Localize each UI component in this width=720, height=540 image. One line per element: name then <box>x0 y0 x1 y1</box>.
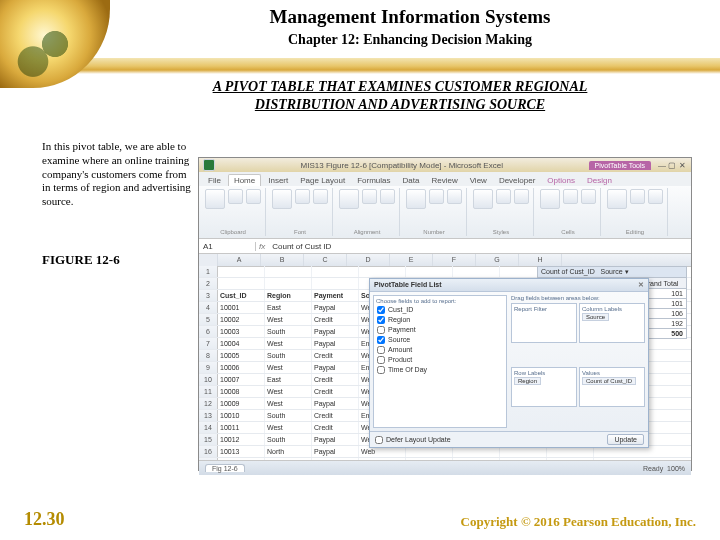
ribbon-group-styles[interactable]: Styles <box>469 188 534 236</box>
excel-screenshot: MIS13 Figure 12-6 [Compatibility Mode] -… <box>198 157 692 471</box>
page-number: 12.30 <box>24 509 65 530</box>
tab-formulas[interactable]: Formulas <box>352 175 395 186</box>
field-payment[interactable]: Payment <box>376 325 504 335</box>
window-buttons[interactable]: —▢✕ <box>657 161 687 170</box>
tab-options[interactable]: Options <box>542 175 580 186</box>
header-band: Management Information Systems Chapter 1… <box>0 0 720 88</box>
ribbon-tabs: FileHomeInsertPage LayoutFormulasDataRev… <box>199 172 691 186</box>
copyright: Copyright © 2016 Pearson Education, Inc. <box>461 514 696 530</box>
slide-title: Management Information Systems <box>120 6 700 28</box>
update-button[interactable]: Update <box>607 434 644 445</box>
field-source[interactable]: Source <box>376 335 504 345</box>
ribbon-group-alignment[interactable]: Alignment <box>335 188 400 236</box>
tab-file[interactable]: File <box>203 175 226 186</box>
close-icon[interactable]: ✕ <box>638 281 644 289</box>
tab-design[interactable]: Design <box>582 175 617 186</box>
window-titlebar: MIS13 Figure 12-6 [Compatibility Mode] -… <box>199 158 691 172</box>
formula-text[interactable]: Count of Cust ID <box>268 242 335 251</box>
globe-graphic <box>0 0 110 88</box>
window-title: MIS13 Figure 12-6 [Compatibility Mode] -… <box>221 161 583 170</box>
sheet-tab[interactable]: Fig 12-6 <box>205 464 245 472</box>
field-checklist[interactable]: Choose fields to add to report: Cust_IDR… <box>373 295 507 428</box>
field-time of day[interactable]: Time Of Day <box>376 365 504 375</box>
slide-footer: 12.30 Copyright © 2016 Pearson Education… <box>0 509 720 530</box>
tab-review[interactable]: Review <box>426 175 462 186</box>
field-amount[interactable]: Amount <box>376 345 504 355</box>
ribbon-group-number[interactable]: Number <box>402 188 467 236</box>
tab-page-layout[interactable]: Page Layout <box>295 175 350 186</box>
ribbon-group-editing[interactable]: Editing <box>603 188 668 236</box>
ribbon-group-font[interactable]: Font <box>268 188 333 236</box>
worksheet-grid[interactable]: ABCDEFGH 123Cust_IDRegionPaymentSourceAm… <box>199 254 691 460</box>
table-row[interactable]: 1710014EastCreditWeb <box>199 458 691 460</box>
zone-values[interactable]: ValuesCount of Cust_ID <box>579 367 645 407</box>
fx-icon[interactable]: fx <box>256 242 268 251</box>
field-cust_id[interactable]: Cust_ID <box>376 305 504 315</box>
name-box[interactable]: A1 <box>199 242 256 251</box>
slide-subtitle: Chapter 12: Enhancing Decision Making <box>120 32 700 48</box>
ribbon-group-clipboard[interactable]: Clipboard <box>201 188 266 236</box>
tab-developer[interactable]: Developer <box>494 175 540 186</box>
defer-checkbox[interactable]: Defer Layout Update <box>374 435 452 445</box>
ribbon: ClipboardFontAlignmentNumberStylesCellsE… <box>199 186 691 239</box>
ribbon-group-cells[interactable]: Cells <box>536 188 601 236</box>
field-region[interactable]: Region <box>376 315 504 325</box>
tab-insert[interactable]: Insert <box>263 175 293 186</box>
tab-home[interactable]: Home <box>228 174 261 186</box>
pivot-field-list[interactable]: PivotTable Field List✕ Choose fields to … <box>369 278 649 448</box>
section-title: A PIVOT TABLE THAT EXAMINES CUSTOMER REG… <box>120 78 680 113</box>
contextual-tab: PivotTable Tools <box>589 161 651 170</box>
field-product[interactable]: Product <box>376 355 504 365</box>
formula-bar: A1 fx Count of Cust ID <box>199 239 691 254</box>
figure-label: FIGURE 12-6 <box>42 252 120 268</box>
zone-row-labels[interactable]: Row LabelsRegion <box>511 367 577 407</box>
excel-icon <box>203 159 215 171</box>
tab-data[interactable]: Data <box>398 175 425 186</box>
figure-description: In this pivot table, we are able to exam… <box>42 140 192 209</box>
status-bar: Fig 12-6 Ready 100% <box>199 460 691 475</box>
zone-report-filter[interactable]: Report Filter <box>511 303 577 343</box>
zone-column-labels[interactable]: Column LabelsSource <box>579 303 645 343</box>
tab-view[interactable]: View <box>465 175 492 186</box>
fieldlist-title: PivotTable Field List <box>374 281 442 289</box>
